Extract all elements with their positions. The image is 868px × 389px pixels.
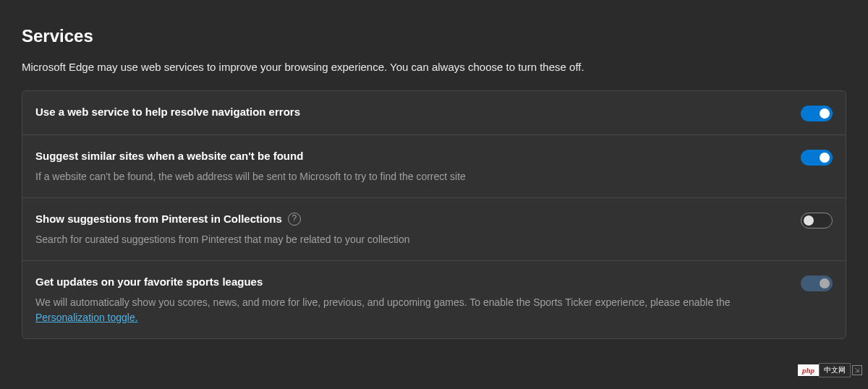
- toggle-knob: [820, 278, 830, 288]
- watermark-cn: 中文网: [819, 363, 851, 377]
- setting-pinterest-collections: Show suggestions from Pinterest in Colle…: [22, 198, 846, 261]
- toggle-sports-leagues[interactable]: [801, 275, 833, 291]
- setting-sublabel: We will automatically show you scores, n…: [35, 295, 772, 325]
- setting-label: Use a web service to help resolve naviga…: [35, 104, 300, 119]
- section-description: Microsoft Edge may use web services to i…: [22, 61, 846, 73]
- setting-navigation-errors: Use a web service to help resolve naviga…: [22, 91, 846, 135]
- expand-icon: ⇲: [852, 365, 862, 375]
- setting-suggest-similar-sites: Suggest similar sites when a website can…: [22, 135, 846, 198]
- watermark: php 中文网 ⇲: [798, 363, 862, 377]
- toggle-pinterest-collections[interactable]: [801, 213, 833, 228]
- watermark-php: php: [798, 364, 819, 376]
- setting-label: Show suggestions from Pinterest in Colle…: [35, 211, 301, 226]
- section-title: Services: [22, 26, 846, 46]
- setting-sublabel-text: We will automatically show you scores, n…: [35, 296, 731, 308]
- setting-sublabel: Search for curated suggestions from Pint…: [35, 232, 772, 247]
- toggle-navigation-errors[interactable]: [801, 106, 833, 121]
- setting-label-text: Show suggestions from Pinterest in Colle…: [35, 211, 282, 226]
- setting-label: Suggest similar sites when a website can…: [35, 148, 303, 163]
- personalization-toggle-link[interactable]: Personalization toggle.: [35, 312, 138, 323]
- toggle-knob: [820, 108, 830, 119]
- setting-sublabel: If a website can't be found, the web add…: [35, 169, 772, 184]
- toggle-knob: [804, 215, 814, 226]
- setting-sports-leagues: Get updates on your favorite sports leag…: [22, 261, 846, 338]
- toggle-suggest-similar-sites[interactable]: [801, 150, 833, 166]
- setting-label: Get updates on your favorite sports leag…: [35, 274, 263, 289]
- help-icon[interactable]: ?: [288, 213, 301, 226]
- toggle-knob: [820, 153, 830, 163]
- settings-panel: Use a web service to help resolve naviga…: [22, 90, 846, 339]
